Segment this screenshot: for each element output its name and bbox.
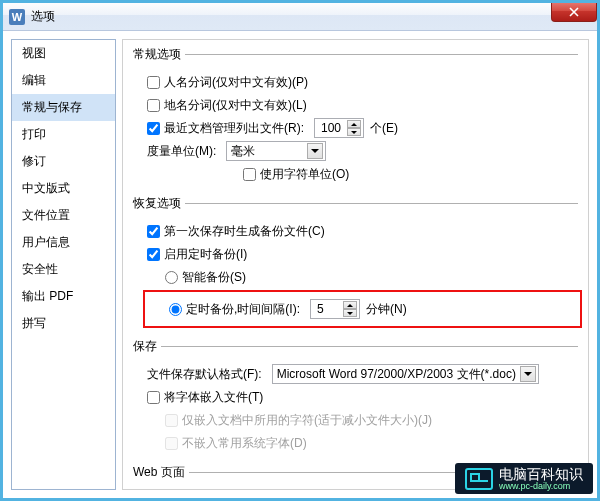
name-split-label: 人名分词(仅对中文有效)(P) [164, 74, 308, 91]
window-title: 选项 [31, 8, 55, 25]
recent-docs-value: 100 [319, 121, 341, 135]
recent-docs-checkbox[interactable] [147, 122, 160, 135]
sidebar-item-user-info[interactable]: 用户信息 [12, 229, 115, 256]
smart-backup-label: 智能备份(S) [182, 269, 246, 286]
group-save-legend: 保存 [133, 338, 161, 355]
only-used-fonts-label: 仅嵌入文档中所用的字符(适于减小文件大小)(J) [182, 412, 432, 429]
spin-down-icon[interactable] [347, 128, 361, 136]
no-system-fonts-checkbox [165, 437, 178, 450]
group-recovery-legend: 恢复选项 [133, 195, 185, 212]
group-web-legend: Web 页面 [133, 464, 189, 481]
sidebar-item-edit[interactable]: 编辑 [12, 67, 115, 94]
chevron-down-icon[interactable] [307, 143, 323, 159]
enable-timed-backup-checkbox[interactable] [147, 248, 160, 261]
first-save-backup-label: 第一次保存时生成备份文件(C) [164, 223, 325, 240]
sidebar-item-spelling[interactable]: 拼写 [12, 310, 115, 337]
use-char-unit-label: 使用字符单位(O) [260, 166, 349, 183]
recent-docs-label: 最近文档管理列出文件(R): [164, 120, 304, 137]
watermark-title: 电脑百科知识 [499, 467, 583, 482]
app-icon: W [9, 9, 25, 25]
sidebar-item-security[interactable]: 安全性 [12, 256, 115, 283]
client-area: 视图 编辑 常规与保存 打印 修订 中文版式 文件位置 用户信息 安全性 输出 … [3, 31, 597, 498]
timed-interval-value: 5 [315, 302, 324, 316]
sidebar-item-revision[interactable]: 修订 [12, 148, 115, 175]
watermark-url: www.pc-daily.com [499, 482, 583, 492]
default-format-label: 文件保存默认格式(F): [147, 366, 262, 383]
monitor-icon [465, 468, 493, 490]
embed-fonts-label: 将字体嵌入文件(T) [164, 389, 263, 406]
embed-fonts-checkbox[interactable] [147, 391, 160, 404]
sidebar-item-view[interactable]: 视图 [12, 40, 115, 67]
close-button[interactable] [551, 2, 597, 22]
chevron-down-icon[interactable] [520, 366, 536, 382]
unit-label: 度量单位(M): [147, 143, 216, 160]
sidebar-item-output-pdf[interactable]: 输出 PDF [12, 283, 115, 310]
place-split-checkbox[interactable] [147, 99, 160, 112]
spin-up-icon[interactable] [347, 120, 361, 128]
group-general-legend: 常规选项 [133, 46, 185, 63]
titlebar: W 选项 [3, 3, 597, 31]
timed-backup-label: 定时备份,时间间隔(I): [186, 301, 300, 318]
spin-up-icon[interactable] [343, 301, 357, 309]
no-system-fonts-label: 不嵌入常用系统字体(D) [182, 435, 307, 452]
only-used-fonts-checkbox [165, 414, 178, 427]
use-char-unit-checkbox[interactable] [243, 168, 256, 181]
sidebar-item-chinese-layout[interactable]: 中文版式 [12, 175, 115, 202]
recent-docs-spinner[interactable]: 100 [314, 118, 364, 138]
recent-docs-unit: 个(E) [370, 120, 398, 137]
sidebar-item-print[interactable]: 打印 [12, 121, 115, 148]
timed-interval-spinner[interactable]: 5 [310, 299, 360, 319]
group-general: 常规选项 人名分词(仅对中文有效)(P) 地名分词(仅对中文有效)(L) 最近文… [133, 46, 578, 187]
group-recovery: 恢复选项 第一次保存时生成备份文件(C) 启用定时备份(I) 智能备份(S) 定… [133, 195, 578, 330]
close-icon [569, 7, 579, 17]
smart-backup-radio[interactable] [165, 271, 178, 284]
sidebar-item-file-location[interactable]: 文件位置 [12, 202, 115, 229]
sidebar-item-general-save[interactable]: 常规与保存 [12, 94, 115, 121]
timed-backup-radio[interactable] [169, 303, 182, 316]
unit-value: 毫米 [231, 143, 303, 160]
default-format-value: Microsoft Word 97/2000/XP/2003 文件(*.doc) [277, 366, 516, 383]
timed-interval-unit: 分钟(N) [366, 301, 407, 318]
highlight-box: 定时备份,时间间隔(I): 5 分钟(N) [143, 290, 582, 328]
sidebar: 视图 编辑 常规与保存 打印 修订 中文版式 文件位置 用户信息 安全性 输出 … [11, 39, 116, 490]
place-split-label: 地名分词(仅对中文有效)(L) [164, 97, 307, 114]
spin-down-icon[interactable] [343, 309, 357, 317]
main-panel: 常规选项 人名分词(仅对中文有效)(P) 地名分词(仅对中文有效)(L) 最近文… [122, 39, 589, 490]
default-format-combo[interactable]: Microsoft Word 97/2000/XP/2003 文件(*.doc) [272, 364, 539, 384]
enable-timed-backup-label: 启用定时备份(I) [164, 246, 247, 263]
unit-combo[interactable]: 毫米 [226, 141, 326, 161]
first-save-backup-checkbox[interactable] [147, 225, 160, 238]
group-save: 保存 文件保存默认格式(F): Microsoft Word 97/2000/X… [133, 338, 578, 456]
name-split-checkbox[interactable] [147, 76, 160, 89]
watermark: 电脑百科知识 www.pc-daily.com [455, 463, 593, 494]
